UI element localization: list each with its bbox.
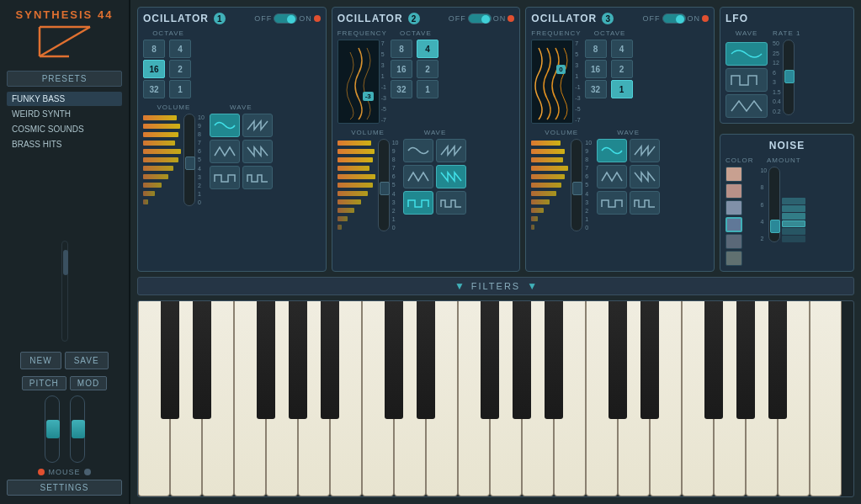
black-key-1[interactable] (193, 301, 211, 419)
osc2-oct-4[interactable]: 4 (417, 40, 438, 58)
osc3-wave-pulse[interactable] (630, 191, 660, 215)
filters-label: FILTERS (471, 281, 520, 291)
osc2-oct-1[interactable]: 1 (417, 80, 438, 98)
osc1-wave-sine[interactable] (210, 114, 240, 137)
preset-scrollbar[interactable] (61, 241, 68, 342)
preset-brass-hits[interactable]: BRASS HITS (7, 137, 122, 151)
black-key-5[interactable] (321, 301, 339, 419)
color-swatch-4[interactable] (725, 234, 742, 249)
lfo-wave-sine[interactable] (725, 42, 768, 66)
osc1-wave-pulse[interactable] (242, 166, 273, 189)
black-key-10[interactable] (481, 301, 499, 419)
osc3-toggle-thumb (676, 15, 684, 24)
preset-weird-synth[interactable]: WEIRD SYNTH (7, 107, 122, 121)
preset-empty-1[interactable] (7, 152, 122, 157)
noise-amount-slider[interactable] (768, 167, 780, 242)
osc2-oct-16[interactable]: 16 (391, 60, 412, 78)
osc1-on-label: ON (299, 14, 312, 23)
osc3-off-label: OFF (643, 14, 661, 23)
black-key-7[interactable] (385, 301, 403, 419)
filters-bar[interactable]: ▼ FILTERS ▼ (137, 277, 854, 295)
osc2-wave-triangle[interactable] (403, 165, 433, 188)
preset-empty-2[interactable] (7, 158, 122, 163)
osc1-oct-16[interactable]: 16 (143, 60, 165, 78)
preset-funky-bass[interactable]: FUNKY BASS (7, 92, 122, 106)
black-key-12[interactable] (545, 301, 563, 419)
new-button[interactable]: NEW (20, 352, 61, 369)
osc3-octave-label: OCTAVE (585, 29, 635, 37)
osc3-volume-slider[interactable] (571, 139, 582, 231)
color-swatches (725, 167, 753, 266)
lfo-wave-square[interactable] (725, 68, 768, 92)
osc1-oct-1[interactable]: 1 (169, 80, 191, 98)
osc2-wave-saw[interactable] (436, 139, 466, 162)
color-swatch-0[interactable] (725, 167, 742, 182)
color-swatch-5[interactable] (725, 251, 742, 266)
osc2-oct-8[interactable]: 8 (391, 40, 412, 58)
osc3-wave-square[interactable] (597, 191, 627, 215)
app-title: SYNTHESIS 44 (16, 8, 114, 21)
osc2-oct-32[interactable]: 32 (391, 80, 412, 98)
color-swatch-2[interactable] (725, 200, 742, 215)
preset-cosmic-sounds[interactable]: COSMIC SOUNDS (7, 122, 122, 136)
osc1-wave-square[interactable] (210, 166, 240, 189)
osc2-freq-indicator: -3 (363, 92, 374, 101)
osc3-wave-triangle[interactable] (597, 165, 627, 188)
osc3-volume-label: VOLUME (531, 129, 592, 136)
scrollbar-thumb (63, 250, 68, 275)
lfo-wave-section: WAVE (725, 29, 768, 118)
color-swatch-3[interactable] (725, 217, 742, 232)
osc3-wave-saw[interactable] (630, 139, 660, 162)
osc1-wave-revsaw[interactable] (242, 140, 273, 163)
osc1-volume-slider[interactable] (183, 114, 195, 206)
osc1-oct-8[interactable]: 8 (143, 40, 165, 58)
osc2-toggle[interactable] (468, 13, 492, 24)
mod-slider[interactable] (70, 395, 85, 463)
pitch-slider[interactable] (45, 395, 60, 463)
black-key-18[interactable] (736, 301, 755, 419)
osc3-oct-32[interactable]: 32 (585, 80, 607, 98)
osc1-top-row: OCTAVE 8 4 16 2 32 1 (143, 29, 321, 98)
osc3-freq-display (531, 40, 573, 124)
osc1-wave-saw[interactable] (242, 114, 273, 137)
osc3-wave-grid (597, 139, 660, 215)
black-key-4[interactable] (289, 301, 307, 419)
osc1-wave-triangle[interactable] (210, 140, 240, 163)
osc3-toggle[interactable] (662, 13, 686, 24)
osc3-oct-8[interactable]: 8 (585, 40, 607, 58)
osc2-wave-square[interactable] (403, 191, 433, 215)
black-key-14[interactable] (609, 301, 627, 419)
osc1-oct-4[interactable]: 4 (169, 40, 191, 58)
black-key-15[interactable] (640, 301, 659, 419)
black-key-0[interactable] (161, 301, 179, 419)
osc1-volume-label: VOLUME (143, 103, 205, 111)
osc3-wave-label: WAVE (597, 129, 660, 136)
osc1-oct-2[interactable]: 2 (169, 60, 191, 78)
black-key-17[interactable] (704, 301, 723, 419)
osc3-freq-section: FREQUENCY 7531-1 (531, 29, 581, 124)
black-key-19[interactable] (768, 301, 787, 419)
osc2-wave-revsaw[interactable] (436, 165, 466, 188)
osc1-toggle[interactable] (274, 13, 297, 24)
osc1-oct-32[interactable]: 32 (143, 80, 165, 98)
black-key-8[interactable] (417, 301, 435, 419)
osc2-top-row: FREQUENCY 7531-1-3-5-7 (337, 29, 515, 124)
white-key-21[interactable] (810, 301, 842, 496)
osc2-oct-2[interactable]: 2 (417, 60, 438, 78)
osc3-oct-1[interactable]: 1 (611, 80, 633, 98)
black-key-11[interactable] (513, 301, 531, 419)
lfo-rate-slider[interactable] (783, 40, 795, 115)
osc3-wave-revsaw[interactable] (630, 165, 660, 188)
osc3-oct-4[interactable]: 4 (611, 40, 633, 58)
black-key-3[interactable] (257, 301, 275, 419)
osc2-volume-slider[interactable] (378, 139, 390, 231)
color-swatch-1[interactable] (725, 183, 742, 199)
settings-button[interactable]: SETTINGS (7, 480, 122, 496)
osc2-wave-pulse[interactable] (436, 191, 466, 215)
lfo-wave-triangle[interactable] (725, 94, 768, 118)
save-button[interactable]: SAVE (65, 352, 109, 369)
osc3-oct-2[interactable]: 2 (611, 60, 633, 78)
osc3-wave-sine[interactable] (597, 139, 627, 162)
osc3-oct-16[interactable]: 16 (585, 60, 607, 78)
osc2-wave-sine[interactable] (403, 139, 433, 162)
